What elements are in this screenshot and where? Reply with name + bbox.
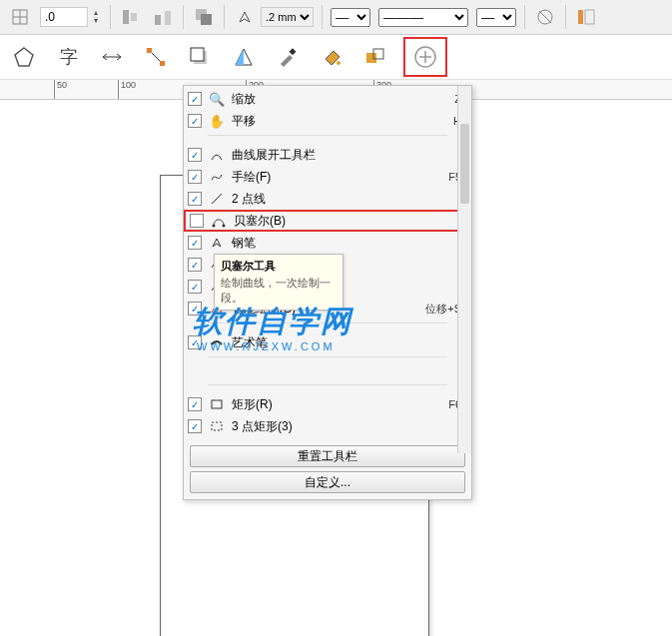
checkbox-icon[interactable]: ✓ <box>188 148 202 162</box>
menu-item-artistic[interactable]: ✓ 艺术笔 I <box>184 331 471 353</box>
svg-rect-8 <box>201 14 212 25</box>
smart-fill-tool-icon[interactable] <box>359 41 391 73</box>
line-icon <box>208 190 226 208</box>
label: 钢笔 <box>232 235 411 252</box>
checkbox-icon[interactable]: ✓ <box>188 192 202 206</box>
customize-button[interactable]: 自定义... <box>190 471 465 493</box>
pen-icon <box>208 234 226 252</box>
tooltip-desc: 绘制曲线，一次绘制一段。 <box>221 276 336 306</box>
outline-width-select[interactable]: .2 mm <box>261 7 314 27</box>
svg-rect-4 <box>131 13 137 21</box>
transparency-tool-icon[interactable] <box>228 41 260 73</box>
label: 手绘(F) <box>232 169 411 186</box>
drop-shadow-tool-icon[interactable] <box>184 41 216 73</box>
polygon-tool-icon[interactable] <box>8 41 40 73</box>
add-tool-button[interactable] <box>403 37 447 77</box>
svg-line-28 <box>212 194 222 204</box>
fill-tool-icon[interactable] <box>316 41 347 73</box>
property-bar: .0 ▴▾ .2 mm — ——— — <box>0 0 672 35</box>
label: 艺术笔 <box>232 334 411 351</box>
checkbox-icon[interactable]: ✓ <box>188 419 202 433</box>
checkbox-icon[interactable]: ✓ <box>188 170 202 184</box>
bezier-tooltip: 贝塞尔工具 绘制曲线，一次绘制一段。 <box>214 254 343 311</box>
svg-rect-17 <box>160 61 165 66</box>
artistic-icon <box>208 333 226 351</box>
svg-rect-11 <box>578 10 583 24</box>
flyout-scrollbar[interactable] <box>457 86 471 453</box>
checkbox-icon[interactable]: ✓ <box>188 92 202 106</box>
menu-item-3pt-rect[interactable]: ✓ 3 点矩形(3) <box>184 415 471 437</box>
svg-rect-5 <box>155 15 161 25</box>
connector-tool-icon[interactable] <box>140 41 172 73</box>
reset-toolbar-button[interactable]: 重置工具栏 <box>190 445 465 467</box>
zoom-icon: 🔍 <box>208 90 226 108</box>
label: 平移 <box>232 113 411 130</box>
bezier-icon <box>210 212 228 230</box>
curve-icon <box>208 146 226 164</box>
svg-rect-32 <box>212 400 222 408</box>
main-toolbar: 字 <box>0 35 672 80</box>
menu-item-bezier[interactable]: ✓ 贝塞尔(B) <box>184 210 471 232</box>
checkbox-icon[interactable]: ✓ <box>190 214 204 228</box>
checkbox-icon[interactable]: ✓ <box>188 114 202 128</box>
svg-text:字: 字 <box>60 47 78 67</box>
pen-nib-icon <box>233 5 257 29</box>
checkbox-icon[interactable]: ✓ <box>188 397 202 411</box>
svg-rect-6 <box>165 11 171 25</box>
menu-item-rect[interactable]: ✓ 矩形(R) F6 <box>184 393 471 415</box>
label: 3 点矩形(3) <box>232 418 411 435</box>
label: 2 点线 <box>232 191 411 208</box>
svg-line-10 <box>539 11 551 23</box>
svg-rect-33 <box>212 422 222 430</box>
checkbox-icon[interactable]: ✓ <box>188 258 202 272</box>
label: 缩放 <box>232 91 411 108</box>
hand-icon: ✋ <box>208 112 226 130</box>
checkbox-icon[interactable]: ✓ <box>188 280 202 294</box>
menu-item-zoom[interactable]: ✓ 🔍 缩放 Z <box>184 88 471 110</box>
rect-icon <box>208 395 226 413</box>
line-start-select[interactable]: — <box>331 8 370 27</box>
label: 曲线展开工具栏 <box>232 147 411 164</box>
menu-item-2pt-line[interactable]: ✓ 2 点线 <box>184 188 471 210</box>
svg-rect-3 <box>123 10 129 24</box>
svg-rect-12 <box>585 10 594 24</box>
svg-rect-23 <box>366 53 376 63</box>
tool-flyout-menu: ✓ 🔍 缩放 Z ✓ ✋ 平移 H ✓ 曲线展开工具栏 ✓ 手绘(F) F5 ✓… <box>183 85 472 500</box>
align-icon-1[interactable] <box>119 5 143 29</box>
checkbox-icon[interactable]: ✓ <box>188 335 202 349</box>
coord-input[interactable]: .0 <box>40 7 88 27</box>
svg-point-30 <box>223 225 226 228</box>
dimension-tool-icon[interactable] <box>96 41 128 73</box>
align-icon-2[interactable] <box>151 5 175 29</box>
label: 贝塞尔(B) <box>234 213 409 230</box>
menu-item-curve-toolbar[interactable]: ✓ 曲线展开工具栏 <box>184 144 471 166</box>
svg-rect-21 <box>289 48 296 55</box>
svg-rect-16 <box>147 48 152 53</box>
eyedropper-tool-icon[interactable] <box>272 41 304 73</box>
svg-marker-13 <box>15 48 33 66</box>
freehand-icon <box>208 168 226 186</box>
origin-icon <box>8 5 32 29</box>
coord-spinner[interactable]: ▴▾ <box>90 9 102 25</box>
menu-item-pan[interactable]: ✓ ✋ 平移 H <box>184 110 471 132</box>
text-tool-icon[interactable]: 字 <box>52 41 84 73</box>
threept-rect-icon <box>208 417 226 435</box>
svg-line-18 <box>152 53 160 61</box>
tooltip-title: 贝塞尔工具 <box>221 259 336 274</box>
overlap-icon[interactable] <box>192 5 216 29</box>
label: 矩形(R) <box>232 396 411 413</box>
line-style-select[interactable]: ——— <box>378 8 468 27</box>
panel-icon[interactable] <box>574 5 598 29</box>
line-end-select[interactable]: — <box>476 8 516 27</box>
svg-rect-20 <box>191 48 204 61</box>
svg-point-22 <box>336 61 340 65</box>
svg-point-29 <box>213 225 216 228</box>
menu-item-freehand[interactable]: ✓ 手绘(F) F5 <box>184 166 471 188</box>
menu-item-pen[interactable]: ✓ 钢笔 <box>184 232 471 254</box>
checkbox-icon[interactable]: ✓ <box>188 236 202 250</box>
checkbox-icon[interactable]: ✓ <box>188 302 202 316</box>
wrap-icon[interactable] <box>533 5 557 29</box>
